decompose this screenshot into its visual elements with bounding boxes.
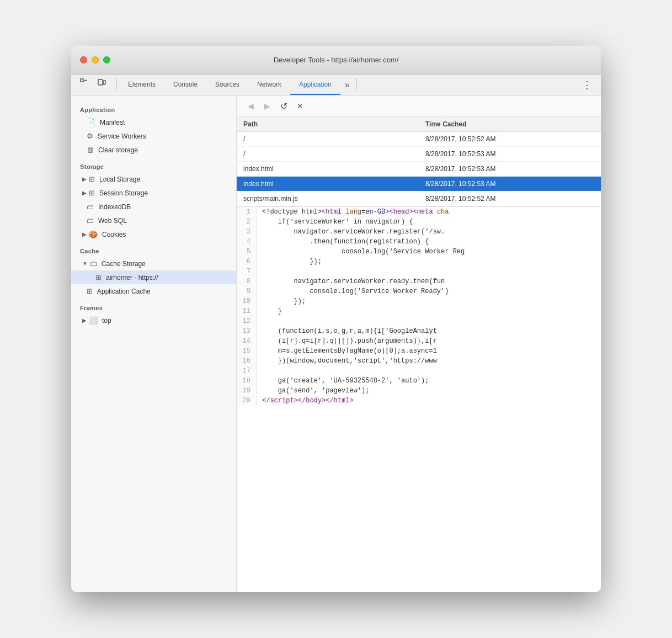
table-row[interactable]: index.html8/28/2017, 10:52:53 AM bbox=[237, 162, 601, 177]
minimize-button[interactable] bbox=[92, 56, 99, 63]
line-number: 2 bbox=[237, 217, 257, 227]
line-content: navigator.serviceWorker.ready.then(fun bbox=[262, 277, 601, 286]
line-number: 1 bbox=[237, 207, 257, 217]
sidebar-item-indexeddb[interactable]: 🗃 IndexedDB bbox=[71, 200, 236, 214]
tab-console[interactable]: Console bbox=[164, 75, 206, 95]
tab-application[interactable]: Application bbox=[290, 75, 340, 95]
tab-elements[interactable]: Elements bbox=[119, 75, 164, 95]
sidebar-item-cache-storage[interactable]: ▼ 🗃 Cache Storage bbox=[71, 257, 236, 270]
code-line: 11 } bbox=[237, 306, 601, 316]
code-line: 17 bbox=[237, 366, 601, 376]
sidebar-item-top[interactable]: ▶ ⬜ top bbox=[71, 313, 236, 327]
cookies-icon: 🍪 bbox=[89, 230, 98, 238]
sidebar-item-service-workers[interactable]: ⚙ Service Workers bbox=[71, 129, 236, 143]
maximize-button[interactable] bbox=[103, 56, 110, 63]
line-content: ga('send', 'pageview'); bbox=[262, 386, 601, 396]
sidebar-item-manifest[interactable]: 📄 Manifest bbox=[71, 115, 236, 129]
time-cell: 8/28/2017, 10:52:53 AM bbox=[419, 162, 601, 177]
table-row[interactable]: scripts/main.min.js8/28/2017, 10:52:52 A… bbox=[237, 192, 601, 206]
titlebar: Developer Tools - https://airhorner.com/ bbox=[71, 46, 601, 75]
path-cell: / bbox=[237, 132, 419, 147]
table-row[interactable]: /8/28/2017, 10:52:53 AM bbox=[237, 147, 601, 162]
code-line: 1<!doctype html><html lang=en-GB><head><… bbox=[237, 207, 601, 217]
sidebar-web-sql-label: Web SQL bbox=[98, 217, 127, 225]
manifest-icon: 📄 bbox=[87, 118, 95, 126]
code-line: 16 })(window,document,'script','https://… bbox=[237, 356, 601, 366]
sidebar-manifest-label: Manifest bbox=[100, 119, 125, 126]
content-area: ◀ ▶ ↺ ✕ Path Time Cached /8/28/2017, 10:… bbox=[237, 95, 601, 592]
tab-network[interactable]: Network bbox=[248, 75, 290, 95]
line-number: 17 bbox=[237, 366, 257, 376]
sidebar-item-local-storage[interactable]: ▶ ⊞ Local Storage bbox=[71, 172, 236, 186]
cache-table-container: Path Time Cached /8/28/2017, 10:52:52 AM… bbox=[237, 117, 601, 207]
line-number: 9 bbox=[237, 286, 257, 296]
back-button[interactable]: ◀ bbox=[243, 99, 258, 113]
line-content: .then(function(registration) { bbox=[262, 237, 601, 247]
sidebar-airhorner-label: airhorner - https:// bbox=[106, 274, 158, 281]
line-content: })(window,document,'script','https://www bbox=[262, 356, 601, 366]
sidebar-frames-top-label: top bbox=[102, 317, 111, 325]
code-line: 9 console.log('Service Worker Ready') bbox=[237, 286, 601, 296]
sidebar-section-cache: Cache bbox=[71, 241, 236, 257]
forward-button[interactable]: ▶ bbox=[260, 99, 274, 113]
clear-storage-icon: 🗑 bbox=[87, 146, 94, 154]
path-column-header: Path bbox=[237, 117, 419, 132]
clear-button[interactable]: ✕ bbox=[293, 99, 307, 113]
line-number: 6 bbox=[237, 257, 257, 267]
sidebar-item-web-sql[interactable]: 🗃 Web SQL bbox=[71, 214, 236, 227]
sidebar-application-cache-label: Application Cache bbox=[97, 288, 151, 295]
svg-rect-2 bbox=[98, 79, 103, 85]
local-storage-icon: ⊞ bbox=[89, 175, 95, 183]
table-row[interactable]: /8/28/2017, 10:52:52 AM bbox=[237, 132, 601, 147]
code-line: 13 (function(i,s,o,g,r,a,m){i['GoogleAna… bbox=[237, 326, 601, 336]
sidebar-item-session-storage[interactable]: ▶ ⊞ Session Storage bbox=[71, 186, 236, 200]
sidebar-item-cookies[interactable]: ▶ 🍪 Cookies bbox=[71, 227, 236, 241]
cache-table: Path Time Cached /8/28/2017, 10:52:52 AM… bbox=[237, 117, 601, 206]
tab-network-label: Network bbox=[257, 81, 281, 88]
line-number: 18 bbox=[237, 376, 257, 386]
sidebar-section-frames: Frames bbox=[71, 298, 236, 313]
path-cell: index.html bbox=[237, 162, 419, 177]
line-number: 20 bbox=[237, 396, 257, 406]
code-preview: 1<!doctype html><html lang=en-GB><head><… bbox=[237, 207, 601, 592]
time-cached-column-header: Time Cached bbox=[419, 117, 601, 132]
sidebar-item-airhorner[interactable]: ⊞ airhorner - https:// bbox=[71, 270, 236, 284]
line-content bbox=[262, 267, 601, 277]
line-content: <!doctype html><html lang=en-GB><head><m… bbox=[262, 207, 601, 217]
line-number: 15 bbox=[237, 346, 257, 356]
line-number: 13 bbox=[237, 326, 257, 336]
close-button[interactable] bbox=[80, 56, 87, 63]
code-line: 14 (i[r].q=i[r].q||[]).push(arguments)},… bbox=[237, 336, 601, 346]
table-row[interactable]: index.html8/28/2017, 10:52:53 AM bbox=[237, 177, 601, 192]
path-cell: scripts/main.min.js bbox=[237, 192, 419, 206]
sidebar-item-clear-storage[interactable]: 🗑 Clear storage bbox=[71, 143, 236, 157]
line-number: 14 bbox=[237, 336, 257, 346]
time-cell: 8/28/2017, 10:52:53 AM bbox=[419, 147, 601, 162]
sidebar-local-storage-label: Local Storage bbox=[99, 176, 140, 183]
sidebar-item-application-cache[interactable]: ⊞ Application Cache bbox=[71, 284, 236, 298]
line-content: } bbox=[262, 306, 601, 316]
code-line: 8 navigator.serviceWorker.ready.then(fun bbox=[237, 277, 601, 286]
code-line: 3 navigator.serviceWorker.register('/sw. bbox=[237, 227, 601, 237]
tab-console-label: Console bbox=[173, 81, 198, 88]
code-line: 4 .then(function(registration) { bbox=[237, 237, 601, 247]
line-number: 12 bbox=[237, 316, 257, 326]
airhorner-icon: ⊞ bbox=[95, 273, 102, 281]
refresh-button[interactable]: ↺ bbox=[276, 99, 291, 113]
more-tabs-button[interactable]: » bbox=[340, 75, 354, 95]
tab-sources[interactable]: Sources bbox=[206, 75, 248, 95]
time-cell: 8/28/2017, 10:52:53 AM bbox=[419, 177, 601, 192]
inspect-element-button[interactable] bbox=[76, 75, 92, 90]
time-cell: 8/28/2017, 10:52:52 AM bbox=[419, 192, 601, 206]
indexeddb-icon: 🗃 bbox=[87, 203, 94, 211]
devtools-window: Developer Tools - https://airhorner.com/… bbox=[71, 46, 601, 592]
sidebar-indexeddb-label: IndexedDB bbox=[98, 203, 131, 211]
cookies-arrow: ▶ bbox=[82, 231, 87, 237]
line-number: 19 bbox=[237, 386, 257, 396]
code-line: 20</script></body></html> bbox=[237, 396, 601, 406]
frames-top-arrow: ▶ bbox=[82, 317, 87, 323]
device-toolbar-button[interactable] bbox=[93, 75, 110, 90]
devtools-menu-button[interactable]: ⋮ bbox=[578, 75, 596, 95]
line-number: 10 bbox=[237, 296, 257, 306]
web-sql-icon: 🗃 bbox=[87, 216, 94, 225]
